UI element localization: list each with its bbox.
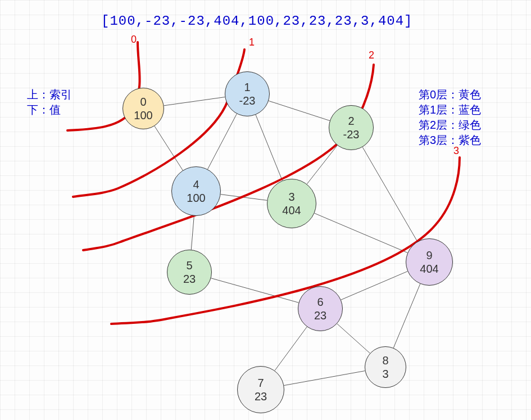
node-9-index: 9 xyxy=(426,249,432,262)
edge xyxy=(275,327,307,371)
edge xyxy=(256,115,282,180)
edge xyxy=(221,195,267,201)
node-3-index: 3 xyxy=(288,190,294,204)
legend-left-line2: 下：值 xyxy=(27,102,72,118)
edge xyxy=(337,324,370,354)
layer-curve-1 xyxy=(73,49,244,197)
edge xyxy=(191,216,194,250)
node-8: 8 3 xyxy=(365,346,406,388)
edge xyxy=(155,126,183,170)
edge xyxy=(269,101,330,120)
node-1-value: -23 xyxy=(239,94,256,107)
edge xyxy=(393,284,420,348)
node-5-index: 5 xyxy=(186,259,192,272)
curve-label-3: 3 xyxy=(453,145,459,157)
array-title: [100,-23,-23,404,100,23,23,23,3,404] xyxy=(101,13,412,29)
node-2: 2 -23 xyxy=(329,105,374,150)
node-4-value: 100 xyxy=(187,191,205,205)
node-6-index: 6 xyxy=(317,295,323,309)
node-9-value: 404 xyxy=(420,262,438,276)
node-2-value: -23 xyxy=(343,128,360,141)
edge xyxy=(362,147,417,242)
curve-label-1: 1 xyxy=(249,37,255,48)
node-4: 4 100 xyxy=(171,166,221,216)
node-9: 9 404 xyxy=(406,238,453,286)
curve-label-0: 0 xyxy=(131,34,137,46)
node-7: 7 23 xyxy=(237,366,284,413)
node-6-value: 23 xyxy=(314,309,326,322)
node-2-index: 2 xyxy=(348,114,354,128)
node-1: 1 -23 xyxy=(225,71,270,116)
legend-right: 第0层：黄色 第1层：蓝色 第2层：绿色 第3层：紫色 xyxy=(419,87,481,148)
node-1-index: 1 xyxy=(244,80,250,94)
edge xyxy=(164,97,225,106)
legend-left: 上：索引 下：值 xyxy=(27,87,72,118)
node-5: 5 23 xyxy=(167,250,212,295)
node-8-index: 8 xyxy=(382,354,388,367)
node-7-value: 23 xyxy=(255,390,267,403)
edge xyxy=(211,278,299,303)
node-0-index: 0 xyxy=(140,95,146,109)
edge xyxy=(207,114,237,169)
node-0: 0 100 xyxy=(122,88,164,129)
node-0-value: 100 xyxy=(134,109,152,122)
legend-layer0: 第0层：黄色 xyxy=(419,87,481,102)
node-3: 3 404 xyxy=(267,179,316,228)
node-4-index: 4 xyxy=(193,178,199,191)
curve-label-2: 2 xyxy=(369,49,374,61)
legend-layer3: 第3层：紫色 xyxy=(419,133,481,148)
legend-left-line1: 上：索引 xyxy=(27,87,72,102)
legend-layer1: 第1层：蓝色 xyxy=(419,102,481,118)
legend-layer2: 第2层：绿色 xyxy=(419,118,481,133)
node-5-value: 23 xyxy=(183,272,196,286)
node-8-value: 3 xyxy=(382,367,388,381)
node-7-index: 7 xyxy=(257,376,264,390)
node-6: 6 23 xyxy=(298,286,343,331)
edge xyxy=(315,213,408,252)
edge xyxy=(341,272,408,300)
edge xyxy=(284,371,365,386)
edge-layer xyxy=(0,0,531,420)
edge xyxy=(307,145,337,184)
node-3-value: 404 xyxy=(282,204,301,217)
